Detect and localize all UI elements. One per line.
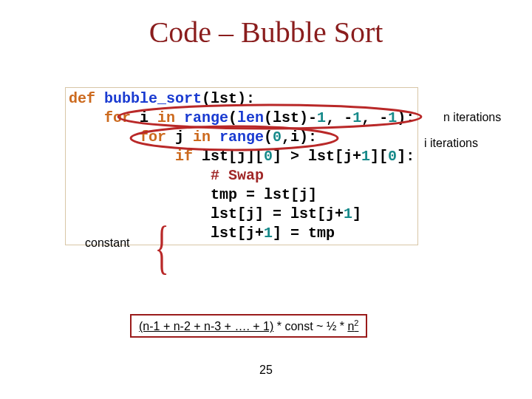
complexity-mid: * const ~ ½ * (273, 320, 347, 332)
n-iterations-label: n iterations (443, 111, 501, 124)
complexity-sum: (n-1 + n-2 + n-3 + …. + 1) (139, 320, 273, 332)
code-block: def bubble_sort(lst): for i in range(len… (65, 87, 418, 245)
code-line-6: tmp = lst[j] (69, 185, 415, 205)
code-line-5: # Swap (69, 166, 415, 185)
code-line-3: for j in range(0,i): (69, 128, 415, 147)
slide-title: Code – Bubble Sort (0, 15, 532, 50)
constant-label: constant (85, 236, 129, 250)
complexity-box: (n-1 + n-2 + n-3 + …. + 1) * const ~ ½ *… (130, 314, 367, 338)
complexity-n: n2 (347, 320, 358, 332)
code-line-4: if lst[j][0] > lst[j+1][0]: (69, 147, 415, 166)
code-line-7: lst[j] = lst[j+1] (69, 205, 415, 224)
i-iterations-label: i iterations (424, 137, 478, 150)
code-line-1: def bubble_sort(lst): (69, 89, 415, 109)
page-number: 25 (259, 364, 273, 377)
code-line-2: for i in range(len(lst)-1, -1, -1): (69, 109, 415, 128)
brace-icon: { (155, 217, 169, 276)
